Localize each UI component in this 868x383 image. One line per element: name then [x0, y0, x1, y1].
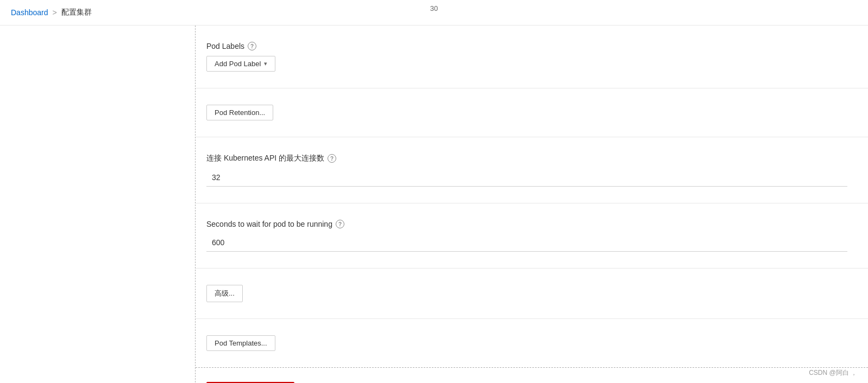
seconds-wait-input[interactable] — [206, 234, 847, 252]
content-area: Pod Labels ? Add Pod Label Pod Retention… — [0, 25, 868, 383]
pod-labels-section: Pod Labels ? Add Pod Label — [196, 25, 868, 88]
page-number: 30 — [430, 4, 438, 12]
seconds-wait-help-icon[interactable]: ? — [336, 220, 344, 228]
max-connections-input[interactable] — [206, 169, 847, 187]
pod-retention-section: Pod Retention... — [196, 88, 868, 137]
seconds-wait-text: Seconds to wait for pod to be running — [206, 220, 332, 228]
pod-labels-field-row: Pod Labels ? Add Pod Label — [196, 36, 868, 77]
pod-templates-section: Pod Templates... — [196, 319, 868, 368]
pod-templates-field-row: Pod Templates... — [196, 330, 868, 356]
watermark: CSDN @阿白 ， — [809, 368, 857, 378]
seconds-wait-label: Seconds to wait for pod to be running ? — [206, 220, 857, 228]
upgrade-text: 高级... — [215, 289, 235, 298]
seconds-wait-input-wrapper — [206, 234, 857, 252]
max-connections-text: 连接 Kubernetes API 的最大连接数 — [206, 154, 324, 163]
pod-templates-text: Pod Templates... — [215, 339, 267, 347]
breadcrumb-separator: > — [53, 8, 57, 17]
upgrade-field-row: 高级... — [196, 279, 868, 308]
seconds-wait-section: Seconds to wait for pod to be running ? — [196, 203, 868, 269]
left-sidebar — [0, 25, 196, 383]
max-connections-label: 连接 Kubernetes API 的最大连接数 ? — [206, 154, 857, 163]
max-connections-help-icon[interactable]: ? — [328, 154, 336, 163]
pod-retention-button[interactable]: Pod Retention... — [206, 105, 273, 120]
add-cloud-section: Add a new cloud — [196, 368, 868, 383]
max-connections-section: 连接 Kubernetes API 的最大连接数 ? — [196, 137, 868, 203]
add-pod-label-button[interactable]: Add Pod Label — [206, 56, 275, 72]
seconds-wait-field-row: Seconds to wait for pod to be running ? — [196, 214, 868, 257]
pod-retention-field-row: Pod Retention... — [196, 99, 868, 126]
pod-retention-text: Pod Retention... — [215, 108, 265, 117]
max-connections-input-wrapper — [206, 169, 857, 187]
breadcrumb-home[interactable]: Dashboard — [11, 8, 48, 17]
breadcrumb-current: 配置集群 — [61, 8, 92, 17]
pod-labels-text: Pod Labels — [206, 42, 244, 50]
page-wrapper: Dashboard > 配置集群 30 Pod Labels ? Add Pod… — [0, 0, 868, 383]
max-connections-field-row: 连接 Kubernetes API 的最大连接数 ? — [196, 148, 868, 192]
upgrade-section: 高级... — [196, 269, 868, 319]
upgrade-button[interactable]: 高级... — [206, 285, 243, 302]
pod-templates-button[interactable]: Pod Templates... — [206, 335, 275, 351]
pod-labels-help-icon[interactable]: ? — [248, 42, 256, 50]
pod-labels-label: Pod Labels ? — [206, 42, 857, 50]
right-panel: Pod Labels ? Add Pod Label Pod Retention… — [196, 25, 868, 383]
add-pod-label-text: Add Pod Label — [215, 60, 261, 68]
